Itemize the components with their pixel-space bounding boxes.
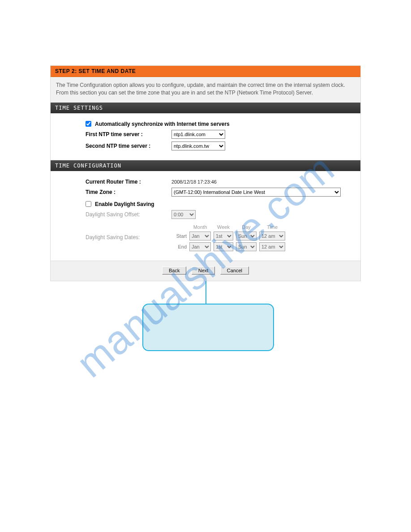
dst-enable-checkbox[interactable] [86, 201, 91, 207]
dst-start-day-select[interactable]: Sun [236, 232, 257, 240]
second-ntp-select[interactable]: ntp.dlink.com.tw [171, 142, 225, 150]
next-button[interactable]: Next [192, 266, 215, 275]
timezone-select[interactable]: (GMT-12:00) International Date Line West [171, 188, 341, 197]
col-header-week: Week [214, 224, 233, 230]
current-time-value: 2008/12/18 17:23:46 [171, 179, 217, 184]
first-ntp-select[interactable]: ntp1.dlink.com [171, 130, 225, 139]
callout-box [142, 304, 274, 351]
first-ntp-label: First NTP time server : [60, 131, 171, 137]
dst-end-label: End [171, 244, 187, 249]
dst-end-time-select[interactable]: 12 am [259, 242, 285, 251]
dst-end-month-select[interactable]: Jan [189, 242, 211, 251]
auto-sync-label: Automatically synchronize with Internet … [95, 121, 230, 127]
step-header: STEP 2: SET TIME AND DATE [51, 66, 360, 77]
dst-start-time-select[interactable]: 12 am [259, 232, 285, 240]
dst-start-month-select[interactable]: Jan [189, 232, 211, 240]
col-header-time: Time [259, 224, 285, 230]
dst-start-label: Start [171, 233, 187, 239]
time-config-body: Current Router Time : 2008/12/18 17:23:4… [51, 171, 360, 261]
auto-sync-checkbox[interactable] [86, 121, 91, 127]
current-time-label: Current Router Time : [60, 179, 171, 185]
dst-end-week-select[interactable]: 1st [214, 242, 233, 251]
callout-connector-line [206, 281, 206, 304]
section-title-time-settings: TIME SETTINGS [51, 103, 360, 113]
dst-start-week-select[interactable]: 1st [214, 232, 233, 240]
col-header-month: Month [189, 224, 211, 230]
button-row: Back Next Cancel [51, 261, 360, 281]
dst-enable-label: Enable Daylight Saving [95, 201, 154, 207]
intro-text: The Time Configuration option allows you… [51, 77, 360, 103]
col-header-day: Day [236, 224, 257, 230]
cancel-button[interactable]: Cancel [220, 266, 249, 275]
second-ntp-label: Second NTP time server : [60, 143, 171, 149]
timezone-label: Time Zone : [60, 189, 171, 195]
time-settings-body: Automatically synchronize with Internet … [51, 113, 360, 160]
dst-offset-select[interactable]: 0:00 [171, 210, 196, 219]
dst-date-header-row: . Month Week Day Time [171, 224, 285, 230]
dst-offset-label: Daylight Saving Offset: [60, 211, 171, 218]
section-title-time-config: TIME CONFIGURATION [51, 160, 360, 171]
dst-end-row: End Jan 1st Sun 12 am [171, 242, 285, 251]
back-button[interactable]: Back [162, 266, 186, 275]
dst-start-row: Start Jan 1st Sun 12 am [171, 232, 285, 240]
dst-end-day-select[interactable]: Sun [236, 242, 257, 251]
dst-dates-label: Daylight Saving Dates: [60, 224, 171, 240]
config-panel: STEP 2: SET TIME AND DATE The Time Confi… [50, 65, 361, 281]
